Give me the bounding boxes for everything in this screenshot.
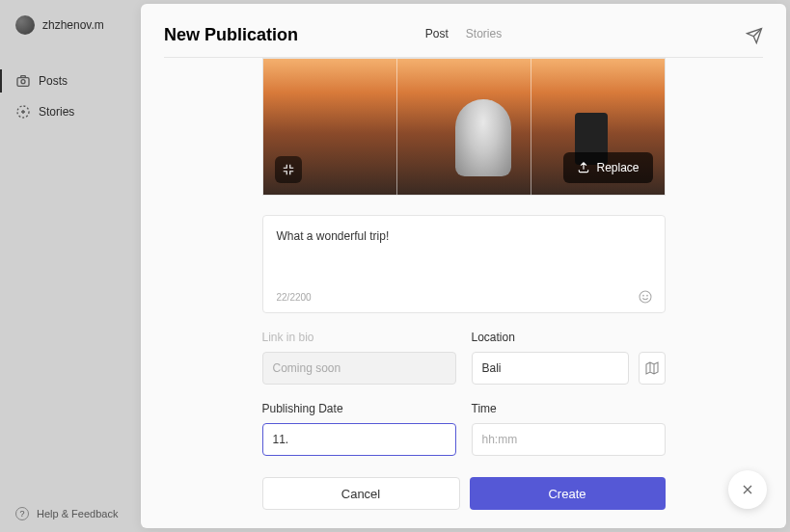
tab-post[interactable]: Post	[425, 27, 449, 44]
time-input[interactable]	[472, 423, 666, 456]
map-picker-button[interactable]	[639, 352, 665, 385]
modal-title: New Publication	[164, 25, 298, 45]
svg-point-4	[642, 295, 643, 296]
close-modal-button[interactable]	[728, 470, 767, 509]
upload-icon	[577, 161, 590, 174]
replace-image-button[interactable]: Replace	[563, 152, 652, 183]
create-button[interactable]: Create	[470, 477, 666, 510]
svg-point-5	[646, 295, 647, 296]
collapse-crop-button[interactable]	[275, 156, 302, 183]
cancel-button[interactable]: Cancel	[262, 477, 460, 510]
caption-textarea[interactable]: What a wonderful trip! 22/2200	[262, 215, 666, 313]
collapse-icon	[282, 163, 295, 176]
emoji-picker-button[interactable]	[638, 289, 653, 305]
svg-point-3	[640, 291, 651, 303]
tab-stories[interactable]: Stories	[466, 27, 502, 44]
link-in-bio-input	[262, 352, 456, 385]
close-icon	[740, 482, 755, 497]
publishing-date-input[interactable]	[262, 423, 456, 456]
image-preview: Replace	[262, 58, 666, 196]
time-label: Time	[472, 402, 666, 415]
location-input[interactable]	[472, 352, 630, 385]
replace-label: Replace	[596, 161, 639, 174]
location-label: Location	[472, 331, 666, 344]
caption-char-count: 22/2200	[277, 292, 312, 303]
link-in-bio-label: Link in bio	[262, 331, 456, 344]
publishing-date-label: Publishing Date	[262, 402, 456, 415]
map-icon	[644, 360, 660, 376]
share-icon[interactable]	[746, 27, 763, 44]
new-publication-modal: New Publication Post Stories	[141, 4, 786, 528]
caption-text: What a wonderful trip!	[277, 229, 651, 243]
emoji-icon	[638, 289, 653, 305]
